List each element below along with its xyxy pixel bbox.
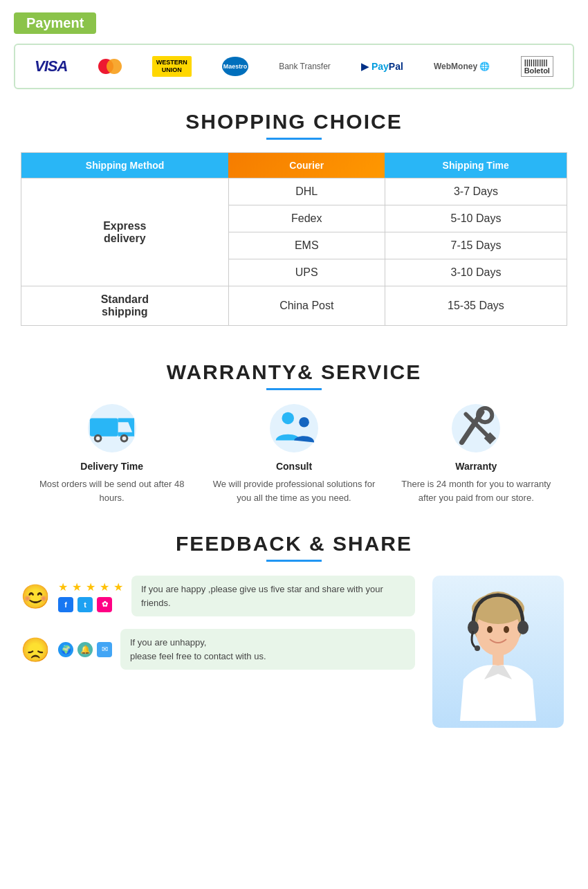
warranty-item-consult: Consult We will provide professional sol… [203,404,385,504]
boletol-logo: |||||||||||Boletol [521,56,553,77]
time-ems: 7-15 Days [385,232,567,259]
courier-ups: UPS [228,259,385,286]
mc-circle2 [107,59,122,74]
twitter-icon[interactable]: t [77,597,93,612]
express-delivery-label: Expressdelivery [21,178,229,286]
bell-icon[interactable]: 🔔 [77,642,93,657]
payment-section: Payment VISA WESTERNUNION Maestro Bank T… [0,0,588,96]
feedback-section: FEEDBACK & SHARE 😊 ★ ★ ★ ★ ★ f t [0,518,588,749]
happy-icons-col: ★ ★ ★ ★ ★ f t ✿ [58,580,123,612]
happy-message: If you are happy ,please give us five st… [131,576,415,616]
warranty-text: There is 24 month for you to warranty af… [392,477,560,504]
svg-point-15 [472,594,524,624]
warranty-title: WARRANTY& SERVICE [21,360,567,384]
standard-shipping-label: Standardshipping [21,286,229,326]
courier-china-post: China Post [228,286,385,326]
maestro-logo: Maestro [222,57,248,76]
mastercard-payment [94,57,126,75]
feedback-right [429,576,567,728]
delivery-time-label: Delivery Time [80,461,143,472]
svg-point-8 [299,417,309,428]
globe-icon[interactable]: 🌍 [58,642,73,657]
svg-point-20 [517,621,529,634]
svg-rect-0 [90,418,118,436]
warranty-item-warranty: Warranty There is 24 month for you to wa… [385,404,567,504]
time-ups: 3-10 Days [385,259,567,286]
courier-ems: EMS [228,232,385,259]
western-union-logo: WESTERNUNION [152,56,192,77]
svg-point-7 [282,412,294,425]
paypal-logo: ▶ PayPal [361,61,403,72]
unhappy-emoji: 😞 [21,636,50,663]
feedback-title: FEEDBACK & SHARE [21,532,567,556]
warranty-label: Warranty [455,461,497,472]
feedback-content: 😊 ★ ★ ★ ★ ★ f t ✿ If you are happ [21,576,567,728]
col-header-time: Shipping Time [385,153,567,178]
svg-rect-18 [493,653,504,666]
delivery-time-text: Most orders will be send out after 48 ho… [28,477,196,504]
star-icon-5: ★ [113,580,123,594]
consult-icon [270,404,318,452]
time-fedex: 5-10 Days [385,205,567,232]
star-icon-1: ★ [58,580,68,594]
star-icon-4: ★ [100,580,109,594]
table-row: Expressdelivery DHL 3-7 Days [21,178,567,205]
star-icons-row: ★ ★ ★ ★ ★ [58,580,123,594]
western-union-payment: WESTERNUNION [148,55,196,78]
shopping-title: SHOPPING CHOICE [21,110,567,134]
feedback-happy-row: 😊 ★ ★ ★ ★ ★ f t ✿ If you are happ [21,576,415,616]
customer-service-image [432,576,564,728]
contact-icons-row: 🌍 🔔 ✉ [58,642,112,657]
warranty-icons-row: Delivery Time Most orders will be send o… [21,404,567,504]
feedback-unhappy-row: 😞 🌍 🔔 ✉ If you are unhappy,please feel f… [21,629,415,670]
svg-point-17 [504,626,509,633]
payment-title: Payment [14,12,96,34]
star-icon-2: ★ [72,580,82,594]
payment-box: VISA WESTERNUNION Maestro Bank Transfer … [14,44,574,89]
unhappy-icons-col: 🌍 🔔 ✉ [58,642,112,657]
table-row: Standardshipping China Post 15-35 Days [21,286,567,326]
warranty-item-delivery: Delivery Time Most orders will be send o… [21,404,203,504]
warranty-underline [266,388,322,390]
email-icon[interactable]: ✉ [97,642,112,657]
time-dhl: 3-7 Days [385,178,567,205]
facebook-icon[interactable]: f [58,597,73,612]
bank-transfer-payment: Bank Transfer [275,60,335,73]
time-china-post: 15-35 Days [385,286,567,326]
social-icons-row: f t ✿ [58,597,123,612]
wrench-icon [452,404,500,452]
consult-label: Consult [276,461,312,472]
warranty-icon-circle [452,404,500,452]
shipping-table: Shipping Method Courier Shipping Time Ex… [21,152,567,326]
col-header-method: Shipping Method [21,153,229,178]
svg-point-6 [122,437,126,441]
courier-fedex: Fedex [228,205,385,232]
webmoney-payment: WebMoney 🌐 [430,60,494,73]
truck-icon [88,404,136,452]
consult-text: We will provide professional solutions f… [210,477,378,504]
person-svg [443,583,553,721]
courier-dhl: DHL [228,178,385,205]
svg-point-4 [95,437,100,441]
paypal-payment: ▶ PayPal [357,59,407,73]
feedback-underline [266,560,322,562]
unhappy-message: If you are unhappy,please feel free to c… [120,629,415,670]
svg-point-21 [475,645,480,651]
happy-emoji: 😊 [21,583,50,610]
consult-icon-circle [270,404,318,452]
delivery-icon-circle [88,404,136,452]
visa-payment: VISA [30,56,71,77]
flickr-icon[interactable]: ✿ [97,597,112,612]
maestro-payment: Maestro [218,55,252,77]
visa-logo: VISA [35,57,67,75]
feedback-left: 😊 ★ ★ ★ ★ ★ f t ✿ If you are happ [21,576,415,682]
star-icon-3: ★ [86,580,95,594]
boletol-payment: |||||||||||Boletol [517,55,558,78]
shopping-section: SHOPPING CHOICE Shipping Method Courier … [0,96,588,340]
warranty-section: WARRANTY& SERVICE Delivery Time Most ord… [0,340,588,518]
col-header-courier: Courier [228,153,385,178]
svg-point-16 [487,626,493,633]
shopping-underline [266,138,322,140]
